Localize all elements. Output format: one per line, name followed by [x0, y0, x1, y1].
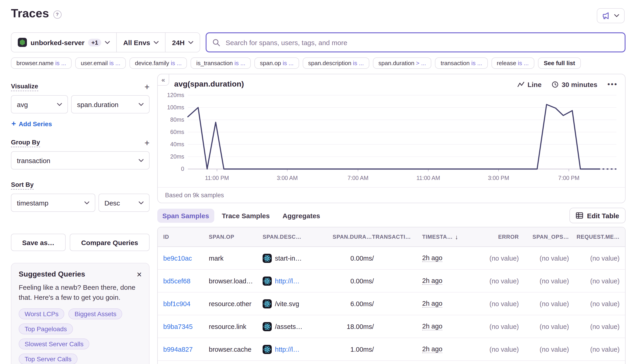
column-header-span-desc-[interactable]: SPAN.DESC… — [263, 234, 323, 240]
chip-operator: > ... — [416, 60, 426, 66]
cell-transaction: / — [372, 300, 422, 307]
filter-chip-browser.name[interactable]: browser.name is ... — [11, 58, 72, 69]
cell-span-ops: (no value) — [519, 277, 569, 284]
chart-plot: 020ms40ms60ms80ms100ms120ms11:00 PM3:00 … — [158, 90, 625, 187]
filter-chip-user.email[interactable]: user.email is ... — [75, 58, 126, 69]
suggested-query-pill[interactable]: Biggest Assets — [69, 308, 122, 319]
close-icon[interactable]: × — [137, 270, 142, 279]
span-samples-table: IDSPAN.OPSPAN.DESC…SPAN.DURA…TRANSACTI…T… — [157, 227, 625, 364]
cell-timestamp[interactable]: 2h ago — [422, 277, 473, 285]
cell-span-description[interactable]: /assets… — [263, 322, 323, 331]
filter-chip-device.family[interactable]: device.family is ... — [130, 58, 187, 69]
tab-aggregates[interactable]: Aggregates — [277, 208, 325, 222]
search-input[interactable] — [225, 38, 619, 47]
page-title: Traces — [11, 6, 49, 20]
suggested-query-pill[interactable]: Slowest Server Calls — [19, 338, 89, 349]
chevron-down-icon — [139, 159, 144, 162]
table-row[interactable]: b994a827browser.cachehttp://l…1.00ms/2h … — [158, 338, 625, 361]
tab-span-samples[interactable]: Span Samples — [157, 208, 214, 222]
table-row[interactable]: bbf1c904resource.other/vite.svg6.00ms/2h… — [158, 292, 625, 315]
cell-timestamp[interactable]: 2h ago — [422, 345, 473, 353]
span-description-text[interactable]: http://l… — [275, 346, 299, 353]
chart-type-control[interactable]: Line — [517, 80, 542, 88]
cell-span-id[interactable]: b9ba7345 — [163, 323, 209, 330]
cell-span-description[interactable]: http://l… — [263, 345, 323, 354]
column-header-span-dura-[interactable]: SPAN.DURA… — [323, 234, 372, 240]
cell-span-description[interactable]: start-in… — [263, 254, 323, 263]
cell-span-description[interactable]: /vite.svg — [263, 299, 323, 308]
cell-timestamp[interactable]: 2h ago — [422, 254, 473, 262]
group-by-select[interactable]: transaction — [11, 151, 150, 170]
cell-span-id[interactable]: be9c10ac — [163, 254, 209, 262]
chart-more-menu[interactable]: ••• — [607, 80, 618, 88]
feedback-button[interactable] — [597, 8, 624, 23]
cell-span-id[interactable]: bbf1c904 — [163, 300, 209, 307]
filter-chip-release[interactable]: release is ... — [491, 58, 534, 69]
cell-span-description[interactable]: http://l… — [263, 276, 323, 286]
aggregate-select[interactable]: avg — [11, 95, 68, 114]
project-extra-count: +1 — [88, 38, 101, 46]
time-range-selector[interactable]: 24H — [165, 33, 200, 52]
cell-timestamp[interactable]: 2h ago — [422, 300, 473, 308]
filter-chip-span.duration[interactable]: span.duration > ... — [373, 58, 432, 69]
help-icon[interactable]: ? — [53, 10, 61, 18]
column-header-span-ops-[interactable]: SPAN_OPS… — [519, 234, 569, 240]
add-group-by-icon[interactable]: + — [145, 138, 150, 147]
span-description-text: start-in… — [275, 254, 302, 262]
cell-transaction: / — [372, 254, 422, 262]
chip-operator: is ... — [283, 60, 294, 66]
filter-chip-span.description[interactable]: span.description is ... — [303, 58, 369, 69]
table-row[interactable]: bd5cef68browser.load…http://l…0.00ms/2h … — [158, 270, 625, 292]
collapse-sidebar-button[interactable]: « — [157, 74, 169, 86]
chart-type-label: Line — [527, 80, 542, 88]
svg-text:7:00 AM: 7:00 AM — [348, 175, 368, 181]
save-as-button[interactable]: Save as… — [11, 234, 66, 251]
span-description-text[interactable]: http://l… — [275, 277, 299, 284]
svg-text:100ms: 100ms — [167, 104, 184, 110]
edit-table-button[interactable]: Edit Table — [570, 208, 625, 223]
chart-interval-control[interactable]: 30 minutes — [552, 80, 597, 88]
cell-span-ops: (no value) — [519, 254, 569, 262]
filter-chip-transaction[interactable]: transaction is ... — [435, 58, 488, 69]
react-platform-icon — [263, 299, 272, 308]
suggested-query-pill[interactable]: Worst LCPs — [19, 308, 65, 319]
cell-timestamp[interactable]: 2h ago — [422, 322, 473, 330]
suggested-query-pill[interactable]: Top Pageloads — [19, 323, 73, 334]
sort-direction-select[interactable]: Desc — [99, 194, 150, 212]
filter-chip-span.op[interactable]: span.op is ... — [254, 58, 299, 69]
cell-span-id[interactable]: b994a827 — [163, 346, 209, 353]
column-header-error[interactable]: ERROR — [473, 234, 519, 240]
chip-key: release — [497, 60, 516, 66]
column-header-timesta-[interactable]: TIMESTA…↓ — [422, 233, 473, 240]
column-header-request-me-[interactable]: REQUEST.ME… — [569, 234, 619, 240]
filter-chip-is_transaction[interactable]: is_transaction is ... — [191, 58, 251, 69]
chip-operator: is ... — [471, 60, 482, 66]
table-row[interactable]: b9ba7345resource.link/assets…18.00ms/2h … — [158, 315, 625, 338]
column-header-id[interactable]: ID — [163, 234, 209, 240]
sort-desc-arrow-icon: ↓ — [455, 233, 458, 240]
table-row[interactable]: b5bac9fdhttp.clientGET htt…378.00ms/2h a… — [158, 361, 625, 364]
cell-span-id[interactable]: bd5cef68 — [163, 277, 209, 284]
project-selector[interactable]: unborked-server +1 — [12, 33, 116, 52]
column-header-transacti-[interactable]: TRANSACTI… — [372, 234, 422, 240]
title-wrap: Traces ? — [11, 6, 61, 20]
field-value: span.duration — [77, 100, 119, 108]
environment-selector[interactable]: All Envs — [116, 33, 165, 52]
add-visualize-icon[interactable]: + — [145, 82, 150, 91]
see-full-list-button[interactable]: See full list — [538, 58, 581, 69]
clock-icon — [552, 81, 558, 88]
suggested-query-pill[interactable]: Top Server Calls — [19, 353, 77, 364]
svg-text:20ms: 20ms — [170, 153, 184, 160]
column-header-span-op[interactable]: SPAN.OP — [209, 234, 263, 240]
field-select[interactable]: span.duration — [71, 95, 150, 114]
chevron-down-icon — [105, 41, 110, 44]
table-row[interactable]: be9c10acmarkstart-in…0.00ms/2h ago(no va… — [158, 247, 625, 270]
chevron-down-icon — [57, 103, 62, 106]
traces-page: Traces ? unborked-server +1 All Env — [0, 0, 631, 364]
svg-text:3:00 AM: 3:00 AM — [277, 175, 298, 181]
sort-field-select[interactable]: timestamp — [11, 194, 95, 212]
cell-span-op: resource.other — [209, 300, 263, 307]
compare-queries-button[interactable]: Compare Queries — [70, 234, 150, 251]
tab-trace-samples[interactable]: Trace Samples — [217, 208, 275, 222]
add-series-button[interactable]: + Add Series — [12, 119, 150, 128]
